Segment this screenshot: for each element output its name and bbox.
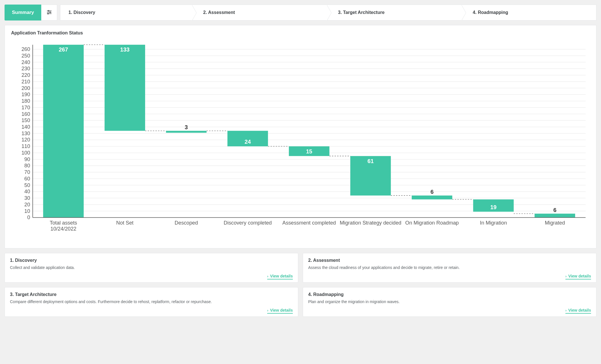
chart-area: 0102030405060708090100110120130140150160… — [11, 41, 590, 244]
tab-discovery[interactable]: 1. Discovery — [60, 5, 192, 20]
card-roadmapping: 4. Roadmapping Plan and organize the mig… — [303, 287, 596, 317]
chart-card: Application Tranformation Status 0102030… — [5, 25, 596, 248]
svg-text:220: 220 — [21, 72, 30, 78]
card-title: 3. Target Architecture — [10, 292, 293, 297]
view-details-link[interactable]: › View details — [565, 308, 591, 314]
svg-text:180: 180 — [21, 98, 30, 104]
svg-text:19: 19 — [490, 204, 497, 210]
tab-assessment[interactable]: 2. Assessment — [192, 5, 327, 20]
card-title: 1. Discovery — [10, 258, 293, 263]
svg-text:150: 150 — [21, 118, 30, 123]
svg-text:Discovery completed: Discovery completed — [224, 220, 272, 226]
svg-text:Migrated: Migrated — [545, 220, 565, 226]
svg-text:Descoped: Descoped — [175, 220, 198, 226]
svg-text:3: 3 — [185, 124, 188, 130]
card-assessment: 2. Assessment Assess the cloud readiness… — [303, 253, 596, 283]
summary-tab-label: Summary — [12, 10, 34, 15]
filter-icon — [46, 9, 52, 16]
svg-rect-60 — [43, 45, 84, 217]
svg-rect-72 — [412, 196, 452, 200]
card-title: 2. Assessment — [308, 258, 591, 263]
svg-text:Total assets: Total assets — [50, 220, 77, 226]
svg-text:250: 250 — [21, 53, 30, 59]
svg-text:200: 200 — [21, 85, 30, 91]
filter-button[interactable] — [41, 5, 57, 20]
svg-text:120: 120 — [21, 137, 30, 143]
card-desc: Plan and organize the migration in migra… — [308, 299, 591, 304]
tab-label: 3. Target Architecture — [338, 10, 385, 15]
svg-text:0: 0 — [27, 215, 30, 220]
svg-text:50: 50 — [24, 182, 30, 188]
svg-rect-76 — [535, 214, 575, 218]
svg-text:40: 40 — [24, 189, 30, 194]
tab-target-architecture[interactable]: 3. Target Architecture — [327, 5, 462, 20]
svg-text:6: 6 — [553, 207, 556, 213]
svg-text:230: 230 — [21, 66, 30, 71]
svg-text:Migration Strategy decided: Migration Strategy decided — [340, 220, 402, 226]
svg-text:61: 61 — [367, 158, 374, 164]
svg-text:260: 260 — [21, 46, 30, 52]
step-tabs: 1. Discovery 2. Assessment 3. Target Arc… — [60, 5, 596, 20]
svg-text:20: 20 — [24, 202, 30, 207]
svg-text:140: 140 — [21, 124, 30, 130]
svg-text:160: 160 — [21, 111, 30, 117]
step-cards-grid: 1. Discovery Collect and validate applic… — [5, 253, 596, 317]
svg-text:90: 90 — [24, 157, 30, 162]
card-desc: Compare different deployment options and… — [10, 299, 293, 304]
card-target-architecture: 3. Target Architecture Compare different… — [5, 287, 298, 317]
svg-text:170: 170 — [21, 105, 30, 110]
tab-label: 2. Assessment — [203, 10, 235, 15]
view-details-label: View details — [270, 308, 293, 312]
svg-text:210: 210 — [21, 79, 30, 85]
svg-text:110: 110 — [21, 143, 30, 149]
svg-point-5 — [48, 13, 48, 14]
svg-text:100: 100 — [21, 150, 30, 156]
tab-roadmapping[interactable]: 4. Roadmapping — [461, 5, 596, 20]
view-details-label: View details — [568, 274, 591, 278]
svg-text:Not Set: Not Set — [116, 220, 133, 226]
svg-text:6: 6 — [431, 189, 434, 195]
chevron-right-icon: › — [267, 274, 268, 278]
card-desc: Collect and validate application data. — [10, 265, 293, 270]
page-root: Summary 1. Discovery 2. Assessment — [0, 0, 601, 321]
card-discovery: 1. Discovery Collect and validate applic… — [5, 253, 298, 283]
view-details-label: View details — [568, 308, 591, 312]
view-details-label: View details — [270, 274, 293, 278]
top-tabs: Summary 1. Discovery 2. Assessment — [5, 5, 596, 20]
view-details-link[interactable]: › View details — [267, 274, 293, 279]
svg-text:80: 80 — [24, 163, 30, 168]
svg-text:60: 60 — [24, 176, 30, 182]
waterfall-chart: 0102030405060708090100110120130140150160… — [11, 41, 590, 244]
view-details-link[interactable]: › View details — [267, 308, 293, 314]
svg-point-1 — [48, 10, 49, 11]
chevron-right-icon: › — [565, 308, 567, 312]
tab-label: 4. Roadmapping — [473, 10, 508, 15]
svg-text:15: 15 — [306, 148, 312, 155]
svg-text:24: 24 — [245, 139, 251, 145]
svg-text:267: 267 — [59, 46, 68, 53]
svg-text:190: 190 — [21, 92, 30, 97]
tab-label: 1. Discovery — [68, 10, 95, 15]
svg-text:240: 240 — [21, 59, 30, 65]
view-details-link[interactable]: › View details — [565, 274, 591, 279]
chevron-right-icon: › — [565, 274, 567, 278]
svg-text:Assessment completed: Assessment completed — [282, 220, 336, 226]
summary-tab[interactable]: Summary — [5, 5, 41, 20]
card-desc: Assess the cloud readiness of your appli… — [308, 265, 591, 270]
svg-text:133: 133 — [120, 46, 129, 53]
svg-rect-64 — [166, 131, 206, 133]
chevron-right-icon: › — [267, 308, 268, 312]
svg-point-3 — [50, 12, 51, 13]
svg-rect-62 — [104, 45, 145, 131]
svg-text:On Migration Roadmap: On Migration Roadmap — [405, 220, 459, 226]
svg-text:10: 10 — [24, 208, 30, 214]
summary-tab-group: Summary — [5, 5, 57, 20]
svg-text:30: 30 — [24, 195, 30, 201]
chart-title: Application Tranformation Status — [11, 30, 590, 36]
svg-text:In Migration: In Migration — [480, 220, 507, 226]
card-title: 4. Roadmapping — [308, 292, 591, 297]
svg-text:10/24/2022: 10/24/2022 — [50, 226, 76, 232]
svg-text:70: 70 — [24, 169, 30, 175]
svg-text:130: 130 — [21, 131, 30, 136]
